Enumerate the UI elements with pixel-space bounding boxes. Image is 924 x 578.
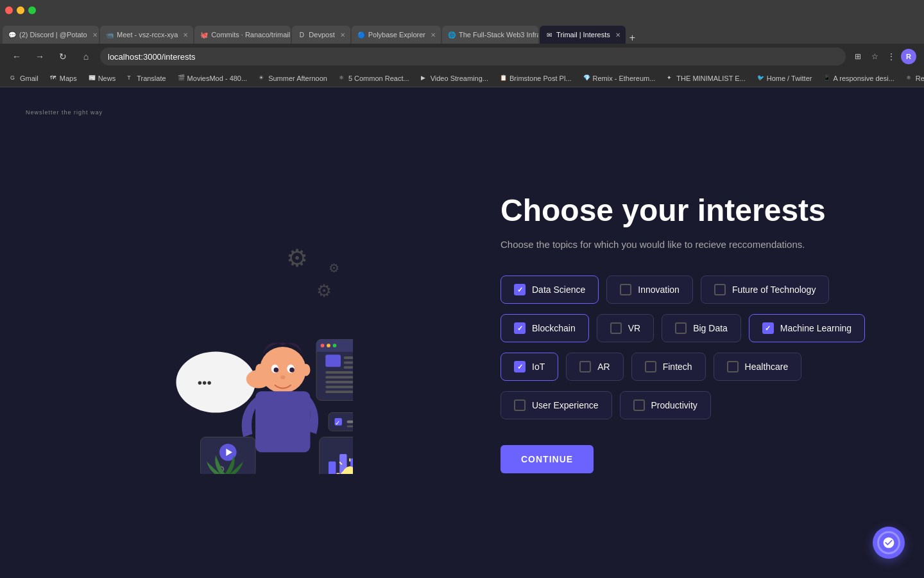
- chat-button[interactable]: [873, 527, 905, 559]
- checkbox-iot: [514, 361, 526, 372]
- bookmark-translate[interactable]: T Translate: [122, 73, 171, 83]
- chip-ar[interactable]: AR: [566, 353, 623, 381]
- window-minimize-btn[interactable]: [17, 6, 24, 14]
- tab-devpost[interactable]: D Devpost ✕: [292, 26, 350, 44]
- tab-trimail[interactable]: ✉ Trimail | Interests ✕: [540, 26, 626, 44]
- chat-icon: [882, 536, 895, 549]
- svg-rect-8: [316, 349, 353, 352]
- svg-point-50: [255, 364, 264, 376]
- bookmark-news[interactable]: 📰 News: [83, 73, 121, 83]
- bookmark-responsive[interactable]: 📱 A responsive desi...: [818, 73, 899, 83]
- checkbox-ar: [579, 361, 591, 372]
- forward-button[interactable]: →: [31, 48, 49, 66]
- chip-iot[interactable]: IoT: [501, 353, 558, 381]
- extensions-icon[interactable]: ⊞: [851, 49, 865, 64]
- bookmark-brimstone[interactable]: 📋 Brimstone Post Pl...: [495, 73, 577, 83]
- bookmark-favicon-video: ▶: [421, 74, 429, 82]
- svg-point-49: [280, 376, 286, 380]
- bookmark-gmail[interactable]: G Gmail: [5, 73, 44, 83]
- bookmark-favicon-translate: T: [127, 74, 135, 82]
- chip-big-data[interactable]: Big Data: [662, 314, 741, 342]
- svg-point-9: [321, 344, 325, 347]
- tab-favicon-github: 🐙: [200, 30, 209, 39]
- bookmark-maps[interactable]: 🗺 Maps: [45, 73, 82, 83]
- checkbox-blockchain: [514, 322, 526, 334]
- tab-close-devpost[interactable]: ✕: [340, 31, 345, 39]
- bookmark-icon[interactable]: ☆: [868, 49, 882, 64]
- chip-healthcare[interactable]: Healthcare: [714, 353, 802, 381]
- tab-favicon-meet: 📹: [105, 30, 114, 39]
- reload-button[interactable]: ↻: [54, 48, 72, 66]
- chip-vr[interactable]: VR: [597, 314, 654, 342]
- bookmarks-bar: G Gmail 🗺 Maps 📰 News T Translate 🎬 Movi…: [0, 69, 924, 87]
- bookmark-favicon-responsive: 📱: [823, 74, 831, 82]
- tab-close-meet[interactable]: ✕: [183, 31, 188, 39]
- bookmark-favicon-news: 📰: [89, 74, 96, 82]
- page-subtitle: Choose the topics for which you would li…: [501, 239, 886, 250]
- svg-rect-14: [344, 362, 353, 364]
- chip-data-science[interactable]: Data Science: [501, 276, 599, 304]
- bookmark-twitter[interactable]: 🐦 Home / Twitter: [752, 73, 817, 83]
- bookmark-video[interactable]: ▶ Video Streaming...: [416, 73, 493, 83]
- home-button[interactable]: ⌂: [77, 48, 95, 66]
- tab-github[interactable]: 🐙 Commits · Ranaco/trimail ✕: [194, 26, 291, 44]
- chat-button-inner: [877, 531, 900, 554]
- bookmark-favicon-remix: 💎: [583, 74, 591, 82]
- bookmark-favicon-react: ⚛: [339, 74, 346, 82]
- profile-avatar[interactable]: R: [901, 49, 916, 64]
- chip-innovation[interactable]: Innovation: [606, 276, 693, 304]
- illustration: ⚙ ⚙ ⚙ ? •••: [109, 217, 353, 474]
- bookmark-favicon-moviesmod: 🎬: [178, 74, 185, 82]
- bookmark-minimalist[interactable]: ✦ THE MINIMALIST E...: [662, 73, 750, 83]
- bookmark-reactapp[interactable]: ⚛ React App: [901, 73, 924, 83]
- tab-discord[interactable]: 💬 (2) Discord | @Potato ✕: [3, 26, 99, 44]
- bookmark-react[interactable]: ⚛ 5 Common React...: [334, 73, 415, 83]
- settings-icon[interactable]: ⋮: [884, 49, 898, 64]
- window-close-btn[interactable]: [5, 6, 13, 14]
- svg-point-10: [327, 344, 330, 347]
- chip-future-of-technology[interactable]: Future of Technology: [701, 276, 830, 304]
- svg-text:✓: ✓: [335, 419, 340, 426]
- checkbox-innovation: [620, 284, 631, 295]
- svg-rect-43: [255, 391, 311, 452]
- interests-row-3: IoT AR Fintech Healthcare: [501, 353, 886, 381]
- svg-text:•••: •••: [198, 375, 212, 390]
- chip-user-experience[interactable]: User Experience: [501, 391, 612, 419]
- bookmark-favicon-twitter: 🐦: [757, 74, 765, 82]
- continue-button[interactable]: CONTINUE: [501, 445, 594, 473]
- tab-favicon-trimail: ✉: [545, 30, 554, 39]
- svg-point-46: [274, 367, 279, 372]
- svg-rect-16: [325, 371, 353, 374]
- back-button[interactable]: ←: [8, 48, 26, 66]
- bookmark-favicon-summer: ☀: [259, 74, 266, 82]
- tab-favicon-polybase: 🔵: [357, 30, 366, 39]
- browser-chrome: 💬 (2) Discord | @Potato ✕ 📹 Meet - vsz-r…: [0, 0, 924, 87]
- new-tab-button[interactable]: +: [627, 32, 638, 44]
- tab-close-polybase[interactable]: ✕: [431, 31, 436, 39]
- interests-row-4: User Experience Productivity: [501, 391, 886, 419]
- window-maximize-btn[interactable]: [28, 6, 36, 14]
- svg-point-11: [333, 344, 337, 347]
- page-title: Choose your interests: [501, 192, 886, 229]
- address-bar[interactable]: [100, 48, 846, 66]
- tab-close-discord[interactable]: ✕: [92, 31, 98, 39]
- bookmark-remix[interactable]: 💎 Remix - Ethereum...: [578, 73, 661, 83]
- right-section: Choose your interests Choose the topics …: [462, 87, 924, 578]
- tab-web3[interactable]: 🌐 The Full-Stack Web3 Infra... ✕: [442, 26, 538, 44]
- chip-productivity[interactable]: Productivity: [620, 391, 711, 419]
- tab-meet[interactable]: 📹 Meet - vsz-rccx-xya ✕: [100, 26, 193, 44]
- checkbox-big-data: [675, 322, 687, 334]
- chip-fintech[interactable]: Fintech: [631, 353, 706, 381]
- chip-blockchain[interactable]: Blockchain: [501, 314, 589, 342]
- tab-close-trimail[interactable]: ✕: [615, 31, 620, 39]
- bookmark-favicon-brimstone: 📋: [500, 74, 508, 82]
- svg-rect-19: [325, 386, 353, 389]
- checkbox-user-experience: [514, 399, 526, 411]
- bookmark-summer[interactable]: ☀ Summer Afternoon: [253, 73, 332, 83]
- chip-machine-learning[interactable]: Machine Learning: [749, 314, 865, 342]
- bookmark-favicon-maps: 🗺: [50, 74, 58, 82]
- logo-subtitle: Newsletter the right way: [26, 109, 103, 116]
- tab-polybase[interactable]: 🔵 Polybase Explorer ✕: [352, 26, 441, 44]
- bookmark-moviesmod[interactable]: 🎬 MoviesMod - 480...: [173, 73, 253, 83]
- svg-point-4: [176, 352, 256, 413]
